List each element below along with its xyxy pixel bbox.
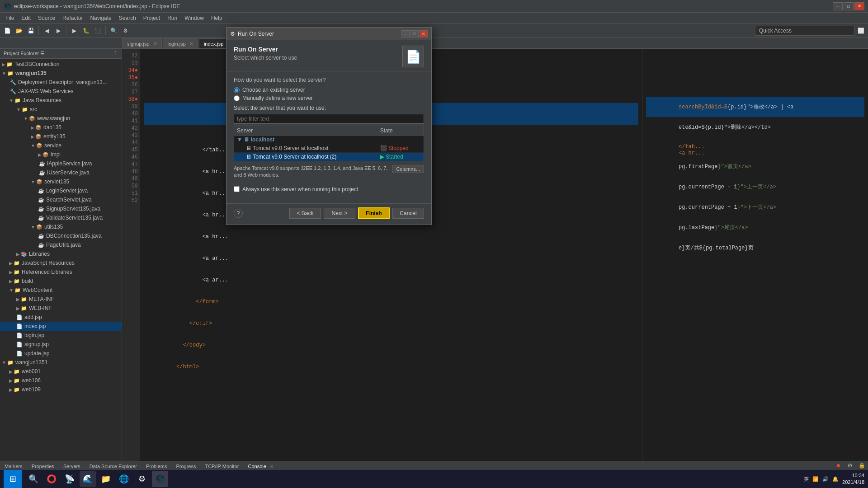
sidebar-item-testdb[interactable]: ▶ 📁 TestDBConnection (0, 60, 122, 69)
toolbar-new[interactable]: 📄 (2, 25, 13, 36)
finish-button[interactable]: Finish (358, 207, 390, 219)
toolbar-stop[interactable]: ⬛ (92, 25, 103, 36)
dialog-title-bar[interactable]: ⚙ Run On Server ─ □ ✕ (226, 28, 431, 40)
toolbar-open[interactable]: 📂 (14, 25, 24, 36)
toolbar-search[interactable]: 🔍 (108, 25, 119, 36)
sidebar-item-referenced-libs[interactable]: ▶ 📁 Referenced Libraries (0, 267, 122, 277)
sidebar-item-dao135[interactable]: ▶ 📦 dao135 (0, 123, 122, 132)
sidebar-item-iuser[interactable]: ☕ IUserService.java (0, 168, 122, 177)
sidebar-item-utils135[interactable]: ▼ 📦 utils135 (0, 222, 122, 231)
sidebar-item-pageutils[interactable]: ☕ PageUtils.java (0, 240, 122, 249)
help-icon[interactable]: ? (234, 209, 243, 218)
dialog-minimize-btn[interactable]: ─ (401, 30, 410, 38)
radio-new[interactable]: Manually define a new server (234, 95, 424, 101)
sidebar-item-service[interactable]: ▼ 📦 service (0, 141, 122, 150)
sidebar-item-src[interactable]: ▼ 📁 src (0, 105, 122, 114)
back-button[interactable]: < Back (289, 208, 321, 219)
console-clear-btn[interactable]: ⊘ (844, 460, 855, 471)
toolbar-back[interactable]: ◀ (41, 25, 52, 36)
server-group-localhost[interactable]: ▼ 🖥 localhost (234, 136, 424, 144)
sidebar-item-wangjun1351[interactable]: ▼ 📁 wangjun1351 (0, 358, 122, 367)
menu-source[interactable]: Source (34, 14, 59, 22)
sidebar-item-jaxws[interactable]: 🔧 JAX-WS Web Services (0, 87, 122, 96)
sidebar-item-searchservlet[interactable]: ☕ SearchServlet.java (0, 195, 122, 204)
taskbar-start-button[interactable]: ⊞ (4, 470, 22, 488)
menu-file[interactable]: File (2, 14, 18, 22)
filter-input[interactable] (234, 114, 424, 124)
sidebar-item-libraries[interactable]: ▶ 📚 Libraries (0, 249, 122, 258)
maximize-button[interactable]: □ (844, 2, 854, 10)
columns-button[interactable]: Columns... (392, 165, 424, 173)
toolbar-debug[interactable]: 🐛 (80, 25, 91, 36)
menu-window[interactable]: Window (181, 14, 208, 22)
sidebar-item-entity135[interactable]: ▶ 📦 entity135 (0, 132, 122, 141)
radio-new-input[interactable] (234, 95, 240, 101)
sidebar-item-signupservlet[interactable]: ☕ SignupServlet135.java (0, 204, 122, 213)
close-button[interactable]: ✕ (854, 2, 864, 10)
sidebar-item-index-jsp[interactable]: 📄 index.jsp (0, 322, 122, 331)
toolbar-save[interactable]: 💾 (25, 25, 36, 36)
always-use-checkbox[interactable] (234, 186, 240, 192)
taskbar-explorer-icon[interactable]: 📁 (98, 471, 114, 487)
console-scroll-lock-btn[interactable]: 🔒 (856, 460, 867, 471)
console-stop-btn[interactable]: ■ (833, 460, 844, 471)
toolbar-perspective[interactable]: ⬜ (855, 25, 866, 36)
server-row-2[interactable]: 🖥 Tomcat v9.0 Server at localhost (2) ▶ … (234, 153, 424, 161)
dialog-controls[interactable]: ─ □ ✕ (401, 30, 428, 38)
quick-access-box[interactable]: Quick Access (755, 26, 854, 36)
menu-project[interactable]: Project (140, 14, 164, 22)
sidebar-item-web001[interactable]: ▶ 📁 web001 (0, 367, 122, 376)
sidebar-item-signup-jsp[interactable]: 📄 signup.jsp (0, 340, 122, 349)
cancel-button[interactable]: Cancel (392, 208, 424, 219)
toolbar-forward[interactable]: ▶ (53, 25, 64, 36)
menu-navigate[interactable]: Navigate (86, 14, 115, 22)
sidebar-item-js-resources[interactable]: ▶ 📁 JavaScript Resources (0, 258, 122, 267)
toolbar-run[interactable]: ▶ (69, 25, 80, 36)
taskbar-edge-icon[interactable]: 🌊 (80, 471, 96, 487)
menu-search[interactable]: Search (115, 14, 140, 22)
sidebar-item-metainf[interactable]: ▶ 📁 META-INF (0, 295, 122, 304)
next-button[interactable]: Next > (324, 208, 355, 219)
sidebar-item-java-resources[interactable]: ▼ 📁 Java Resources (0, 96, 122, 105)
menu-help[interactable]: Help (208, 14, 226, 22)
sidebar-item-add-jsp[interactable]: 📄 add.jsp (0, 313, 122, 322)
sidebar-item-login-jsp[interactable]: 📄 login.jsp (0, 331, 122, 340)
taskbar-clock[interactable]: 10:34 2021/4/18 (842, 472, 864, 486)
dialog-maximize-btn[interactable]: □ (410, 30, 419, 38)
sidebar-item-dbconnection[interactable]: ☕ DBConnection135.java (0, 231, 122, 240)
radio-existing[interactable]: Choose an existing server (234, 87, 424, 93)
sidebar-item-update-jsp[interactable]: 📄 update.jsp (0, 349, 122, 358)
sidebar-item-wangjun135[interactable]: ▼ 📁 wangjun135 (0, 69, 122, 78)
tray-network[interactable]: 📶 (812, 476, 819, 482)
sidebar-item-loginservlet[interactable]: ☕ LoginServlet.java (0, 186, 122, 195)
menu-refactor[interactable]: Refactor (59, 14, 86, 22)
server-row-1[interactable]: 🖥 Tomcat v9.0 Server at localhost ⬛ Stop… (234, 144, 424, 153)
taskbar-chrome-icon[interactable]: 🌐 (116, 471, 132, 487)
sidebar-item-servlet135[interactable]: ▼ 📦 servlet135 (0, 177, 122, 186)
sidebar-item-deployment[interactable]: 🔧 Deployment Descriptor: wangjun13... (0, 78, 122, 87)
menu-run[interactable]: Run (164, 14, 181, 22)
taskbar-settings-icon[interactable]: ⚙ (134, 471, 150, 487)
tab-console-close[interactable]: ✕ (270, 464, 274, 469)
window-controls[interactable]: ─ □ ✕ (833, 2, 864, 10)
sidebar-controls[interactable]: ⋮ (113, 51, 118, 56)
toolbar-settings[interactable]: ⚙ (120, 25, 131, 36)
menu-edit[interactable]: Edit (18, 14, 34, 22)
taskbar-cortana-icon[interactable]: ⭕ (43, 471, 60, 487)
taskbar-wifi-icon[interactable]: 📡 (61, 471, 78, 487)
radio-existing-input[interactable] (234, 87, 240, 93)
tab-login[interactable]: login.jsp ✕ (163, 38, 198, 48)
sidebar-item-web109[interactable]: ▶ 📁 web109 (0, 385, 122, 394)
always-use-checkbox-row[interactable]: Always use this server when running this… (234, 186, 424, 192)
sidebar-item-build[interactable]: ▶ 📁 build (0, 277, 122, 286)
tab-login-close[interactable]: ✕ (189, 41, 193, 46)
sidebar-item-webcontent[interactable]: ▼ 📁 WebContent (0, 286, 122, 295)
sidebar-item-webinf[interactable]: ▶ 📁 WEB-INF (0, 304, 122, 313)
minimize-button[interactable]: ─ (833, 2, 843, 10)
sidebar-item-impl[interactable]: ▶ 📦 impl (0, 150, 122, 159)
sidebar-item-validateservlet[interactable]: ☕ ValidateServlet135.java (0, 213, 122, 222)
taskbar-eclipse-icon[interactable]: 🌑 (152, 471, 168, 487)
tray-volume[interactable]: 🔊 (822, 476, 829, 482)
tab-signup-close[interactable]: ✕ (153, 41, 157, 46)
sidebar-item-www-wangjun[interactable]: ▼ 📦 www.wangjun (0, 114, 122, 123)
